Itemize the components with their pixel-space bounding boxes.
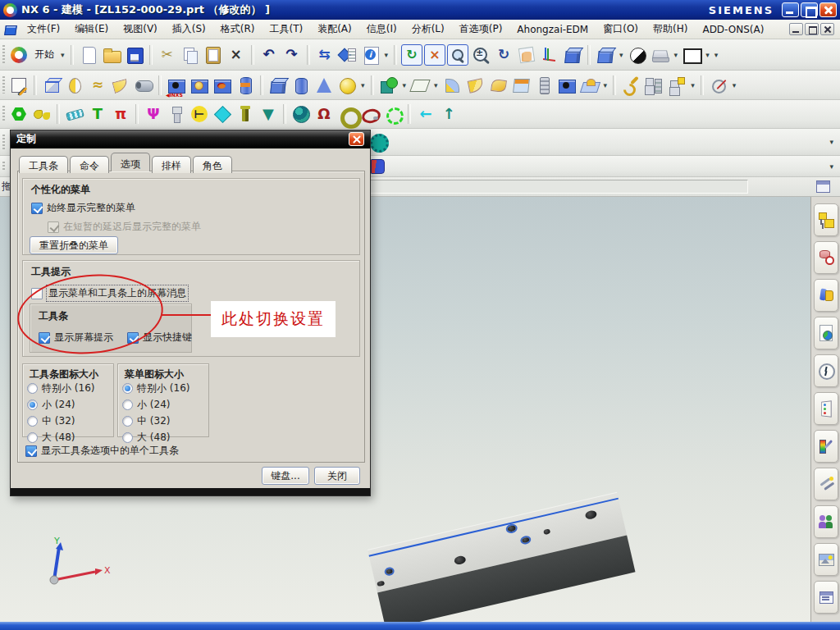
menu-view[interactable]: 视图(V)	[116, 20, 165, 39]
clamp-icon[interactable]	[31, 103, 52, 125]
window-panel-icon[interactable]	[816, 180, 830, 193]
assembly-navigator-button[interactable]	[814, 203, 838, 236]
primitives-arrow[interactable]: ▾	[359, 81, 367, 89]
background-arrow[interactable]: ▾	[704, 51, 711, 59]
olive-pin-icon[interactable]	[235, 103, 256, 125]
menu-size-extra-small[interactable]: 特别小 (16)	[122, 381, 189, 395]
detail-feature-arrow[interactable]: ▾	[602, 81, 609, 89]
refresh-icon[interactable]: ↻	[401, 44, 422, 66]
switch-window-icon[interactable]: ⇆	[314, 44, 336, 66]
tab-toolbars[interactable]: 工具条	[19, 156, 68, 173]
screw-up-icon[interactable]: ↑	[438, 103, 459, 125]
menu-edit[interactable]: 编辑(E)	[67, 20, 116, 39]
menu-information[interactable]: 信息(I)	[359, 20, 404, 39]
olive-ring-icon[interactable]	[336, 103, 358, 125]
gray-screw-icon[interactable]	[166, 103, 187, 125]
hex-nut-icon[interactable]	[8, 103, 30, 125]
part-navigator-button[interactable]	[814, 279, 838, 312]
open-file-icon[interactable]	[101, 44, 122, 66]
unite-boolean-icon[interactable]	[378, 75, 399, 96]
cut-icon[interactable]: ✂	[157, 44, 178, 66]
scene-background-button[interactable]	[814, 543, 838, 576]
edit-feature-arrow[interactable]: ▾	[689, 81, 696, 89]
single-toolbar-checkbox[interactable]: 显示工具条选项中的单个工具条	[25, 444, 179, 458]
view-orientation-arrow[interactable]: ▾	[618, 51, 625, 59]
menu-analysis[interactable]: 分析(L)	[404, 20, 452, 39]
boolean-arrow[interactable]: ▾	[401, 81, 409, 89]
block-icon[interactable]	[267, 75, 289, 96]
datum-arrow[interactable]: ▾	[432, 81, 440, 89]
pocket-icon[interactable]	[212, 75, 233, 96]
selection-filter-field[interactable]	[363, 180, 748, 194]
cone-icon[interactable]	[313, 75, 335, 96]
start-menu-button[interactable]: 开始	[31, 48, 57, 62]
edit-feature-icon[interactable]	[620, 75, 641, 96]
always-show-full-menus-checkbox[interactable]: 始终显示完整的菜单	[31, 201, 135, 215]
emboss-icon[interactable]	[579, 75, 600, 96]
chamfer-icon[interactable]	[510, 75, 532, 96]
menu-format[interactable]: 格式(R)	[213, 20, 262, 39]
menu-ahongzai-edm[interactable]: Ahongzai-EDM	[509, 21, 596, 38]
delete-icon[interactable]: ×	[226, 44, 247, 66]
tube-icon[interactable]	[133, 75, 154, 96]
part-model[interactable]	[368, 492, 636, 622]
sphere-icon[interactable]	[336, 75, 358, 96]
cyan-bolt-icon[interactable]	[64, 103, 85, 125]
edit-rollback-icon[interactable]	[666, 75, 687, 96]
rotate-view-icon[interactable]: ↻	[493, 44, 514, 66]
zoom-in-out-icon[interactable]: ±	[470, 44, 491, 66]
datum-plane-icon[interactable]	[409, 75, 431, 96]
edge-blend-icon[interactable]	[441, 75, 463, 96]
menu-size-medium[interactable]: 中 (32)	[122, 414, 189, 428]
gear-ring-icon[interactable]	[382, 103, 404, 125]
screen-messages-checkbox[interactable]: 显示菜单和工具条上的屏幕消息	[31, 285, 188, 301]
groups-button[interactable]	[814, 505, 838, 538]
toolbar-size-small[interactable]: 小 (24)	[27, 398, 94, 412]
csys-orientation-icon[interactable]	[539, 44, 560, 66]
child-minimize-button[interactable]	[789, 23, 803, 35]
information-window-icon[interactable]: i	[360, 44, 381, 66]
visualization-icon[interactable]	[650, 44, 671, 66]
screen-tips-checkbox[interactable]: 显示屏幕提示	[39, 331, 113, 345]
system-materials-button[interactable]	[814, 392, 838, 425]
cyan-diamond-icon[interactable]	[212, 103, 233, 125]
sweep-icon[interactable]: ≈	[87, 75, 108, 96]
shaded-view-icon[interactable]	[562, 44, 583, 66]
reset-collapsed-menus-button[interactable]: 重置折叠的菜单	[30, 236, 118, 254]
pan-view-icon[interactable]	[516, 44, 537, 66]
close-dialog-button[interactable]: 关闭	[314, 467, 360, 485]
menu-size-large[interactable]: 大 (48)	[122, 431, 189, 445]
menu-add-ons[interactable]: ADD-ONS(A)	[695, 21, 771, 38]
fit-view-icon[interactable]: ×	[424, 44, 445, 66]
cylinder-icon[interactable]	[290, 75, 312, 96]
background-color-icon[interactable]	[681, 44, 702, 66]
magenta-screw-icon[interactable]: Ψ	[143, 103, 164, 125]
menu-insert[interactable]: 插入(S)	[165, 20, 213, 39]
wrench-arrow-icon[interactable]: ←	[415, 103, 436, 125]
new-file-icon[interactable]	[78, 44, 99, 66]
pad-icon[interactable]	[235, 75, 256, 96]
tab-roles[interactable]: 角色	[193, 156, 232, 173]
minimize-button[interactable]	[782, 2, 799, 17]
toolbar-overflow-arrow[interactable]: ▾	[713, 51, 720, 59]
dialog-close-icon[interactable]	[349, 132, 364, 146]
templates-button[interactable]	[814, 581, 838, 614]
soft-blend-icon[interactable]	[487, 75, 509, 96]
roles-button[interactable]	[814, 430, 838, 463]
menu-file[interactable]: 文件(F)	[20, 20, 67, 39]
history-button[interactable]	[814, 354, 838, 387]
boss-icon[interactable]	[189, 75, 210, 96]
child-close-button[interactable]	[820, 23, 834, 35]
update-display-icon[interactable]	[337, 44, 358, 66]
hole-in-block-icon[interactable]	[556, 75, 578, 96]
toolbar-size-extra-small[interactable]: 特别小 (16)	[27, 381, 94, 395]
teal-arrow-icon[interactable]: ▼	[258, 103, 279, 125]
sketch-icon[interactable]	[8, 75, 30, 96]
edit-parameters-icon[interactable]	[643, 75, 664, 96]
nx-logo-icon[interactable]	[8, 44, 30, 66]
redo-icon[interactable]: ↷	[281, 44, 303, 66]
red-stand-icon[interactable]: π	[110, 103, 131, 125]
circlip-icon[interactable]: Ω	[313, 103, 335, 125]
close-button[interactable]	[819, 2, 837, 17]
paste-icon[interactable]	[203, 44, 224, 66]
